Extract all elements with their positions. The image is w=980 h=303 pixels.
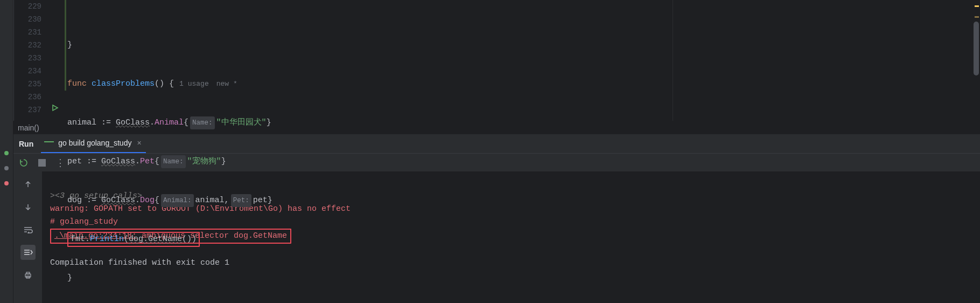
scroll-up-icon[interactable] (20, 177, 36, 192)
svg-rect-1 (26, 272, 30, 274)
stop-icon[interactable] (38, 159, 46, 167)
soft-wrap-icon[interactable] (20, 222, 36, 237)
param-hint: Name: (190, 116, 215, 129)
stripe-dot[interactable] (4, 166, 9, 170)
param-hint: Animal: (161, 194, 194, 207)
vcs-hint: new * (216, 78, 237, 91)
go-run-icon (45, 139, 54, 147)
console-side-toolbar (13, 171, 43, 303)
highlighted-error-line: fmt.Println(dog.GetName()) (67, 232, 200, 247)
print-icon[interactable] (20, 267, 36, 283)
code-area[interactable]: } func classProblems() { 1 usage new * a… (64, 0, 972, 121)
stripe-dot[interactable] (4, 181, 9, 185)
run-panel-label: Run (19, 140, 33, 148)
tool-window-stripe (0, 0, 13, 303)
code-editor[interactable]: 229 230 231 232 233 234 235 236 237 } fu… (13, 0, 980, 121)
rerun-icon[interactable] (19, 158, 29, 168)
more-actions-icon[interactable]: ⋮ (55, 157, 64, 169)
line-number-gutter: 229 230 231 232 233 234 235 236 237 (14, 0, 49, 121)
param-hint: Pet: (231, 194, 251, 207)
scroll-to-end-icon[interactable] (20, 245, 36, 260)
param-hint: Name: (161, 155, 186, 168)
editor-run-gutter (49, 0, 64, 121)
code-token: } (67, 39, 72, 52)
scroll-down-icon[interactable] (20, 199, 36, 215)
vertical-scrollbar[interactable] (974, 22, 979, 75)
stripe-dot[interactable] (4, 151, 9, 155)
run-line-icon[interactable] (51, 104, 59, 116)
usage-hint[interactable]: 1 usage (179, 78, 209, 91)
